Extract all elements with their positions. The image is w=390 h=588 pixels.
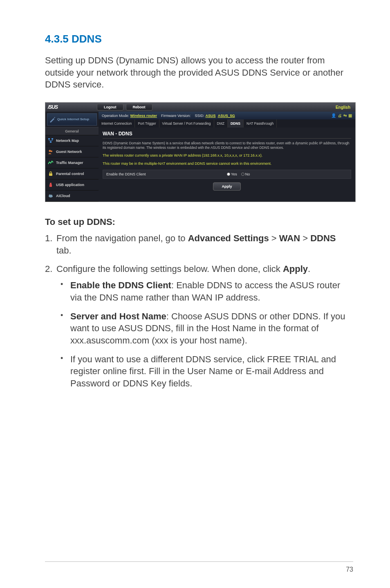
tab-internet-connection[interactable]: Internet Connection [99,119,135,128]
svg-rect-0 [48,138,50,139]
aicloud-icon [48,193,54,199]
sidebar-general-heading: General [45,127,99,135]
step1-text-a: From the navigation panel, go to [56,233,188,243]
step1-text-c: > [269,233,279,243]
logout-button[interactable]: Logout [97,104,123,110]
enable-ddns-label: Enable the DDNS Client [106,172,227,176]
bullet-free-trial: If you want to use a different DDNS serv… [56,353,353,390]
ddns-warning-2: This router may be in the multiple-NAT e… [103,162,351,166]
sidebar-item-usb-application[interactable]: USB application [45,180,99,191]
step-1: From the navigation panel, go to Advance… [45,232,353,256]
svg-point-10 [51,195,52,196]
step1-bold-ddns: DDNS [310,233,336,243]
step2-bold-apply: Apply [283,264,308,274]
bullet3-text: If you want to use a different DDNS serv… [70,354,336,388]
ddns-warning-1: The wireless router currently uses a pri… [103,153,351,158]
usb-icon [48,182,54,188]
fw-label: Firmware Version: [161,114,191,118]
tab-port-trigger[interactable]: Port Trigger [135,119,159,128]
sidebar-item-label: Guest Network [56,150,82,154]
wan-tabs: Internet Connection Port Trigger Virtual… [99,119,355,128]
sidebar-item-aicloud[interactable]: AiCloud [45,191,99,202]
step1-bold-settings: Advanced Settings [188,233,269,243]
step-2: Configure the following settings below. … [45,263,353,389]
step1-text-g: tab. [56,245,72,256]
enable-ddns-row: Enable the DDNS Client Yes No [103,170,351,179]
ssid-value-2[interactable]: ASUS_5G [218,114,235,118]
step1-bold-wan: WAN [279,233,300,243]
settings-bullets: Enable the DDNS Client: Enable DDNS to a… [56,279,353,390]
sidebar-item-network-map[interactable]: Network Map [45,135,99,146]
svg-rect-6 [50,183,52,184]
step1-text-e: > [300,233,310,243]
guest-network-icon [48,149,54,155]
bullet-server-host: Server and Host Name: Choose ASUS DDNS o… [56,310,353,347]
sidebar-item-label: Network Map [56,139,79,143]
user-icon[interactable]: 👤 [331,113,336,118]
language-selector[interactable]: English [336,105,353,110]
traffic-manager-icon [48,160,54,166]
sidebar-item-guest-network[interactable]: Guest Network [45,146,99,157]
apply-button[interactable]: Apply [213,182,240,191]
radio-yes-label: Yes [231,172,237,176]
wand-icon [49,116,56,123]
router-screenshot: /SUS Logout Reboot English Quick Interne… [45,102,356,202]
ssid-label: SSID: [195,114,205,118]
main-panel: Operation Mode: Wireless router Firmware… [99,112,355,202]
section-title: 4.3.5 DDNS [45,33,353,45]
svg-point-4 [51,150,52,152]
sidebar-item-label: Traffic Manager [56,161,83,165]
list-icon[interactable]: ▦ [348,113,352,118]
tab-dmz[interactable]: DMZ [214,119,228,128]
ssid-value-1[interactable]: ASUS [206,114,216,118]
sidebar-item-label: USB application [56,183,84,187]
tab-virtual-server[interactable]: Virtual Server / Port Forwarding [159,119,214,128]
sidebar: Quick Internet Setup General Network Map… [45,112,99,202]
quick-internet-setup[interactable]: Quick Internet Setup [47,113,97,126]
tab-nat-passthrough[interactable]: NAT Passthrough [244,119,277,128]
quick-setup-label: Quick Internet Setup [57,118,89,121]
bullet-enable-ddns: Enable the DDNS Client: Enable DDNS to a… [56,279,353,303]
setup-subheading: To set up DDNS: [45,217,353,227]
status-icons: 👤 🖨 ⇆ ▦ [331,113,352,118]
network-map-icon [48,138,54,144]
ddns-description: DDNS (Dynamic Domain Name System) is a s… [103,141,351,150]
usb-status-icon[interactable]: ⇆ [343,113,347,118]
svg-point-3 [49,150,51,152]
radio-no[interactable] [241,173,244,176]
svg-rect-2 [50,141,52,143]
op-mode-value[interactable]: Wireless router [130,114,157,118]
radio-no-label: No [245,172,250,176]
parental-control-icon [48,171,54,177]
info-bar: Operation Mode: Wireless router Firmware… [99,112,355,119]
radio-yes[interactable] [227,173,230,176]
bullet2-bold: Server and Host Name [70,311,166,321]
bullet1-bold: Enable the DDNS Client [70,280,171,290]
tab-ddns[interactable]: DDNS [228,119,244,128]
sidebar-item-parental-control[interactable]: Parental control [45,168,99,180]
step2-text-a: Configure the following settings below. … [56,264,283,274]
op-mode-label: Operation Mode: [102,114,129,118]
sidebar-item-label: AiCloud [56,194,70,198]
sidebar-item-traffic-manager[interactable]: Traffic Manager [45,157,99,168]
intro-paragraph: Setting up DDNS (Dynamic DNS) allows you… [45,54,353,91]
svg-rect-7 [49,184,52,187]
setup-steps: From the navigation panel, go to Advance… [45,232,353,390]
svg-rect-1 [52,138,53,139]
printer-icon[interactable]: 🖨 [338,113,342,118]
sidebar-item-label: Parental control [56,172,84,176]
svg-rect-5 [49,173,52,176]
step2-text-c: . [308,264,310,274]
wan-ddns-title: WAN - DDNS [103,131,351,139]
page-number: 73 [346,566,353,573]
footer-divider [45,561,353,562]
svg-point-9 [49,195,51,197]
asus-logo: /SUS [48,104,97,110]
reboot-button[interactable]: Reboot [126,104,152,110]
